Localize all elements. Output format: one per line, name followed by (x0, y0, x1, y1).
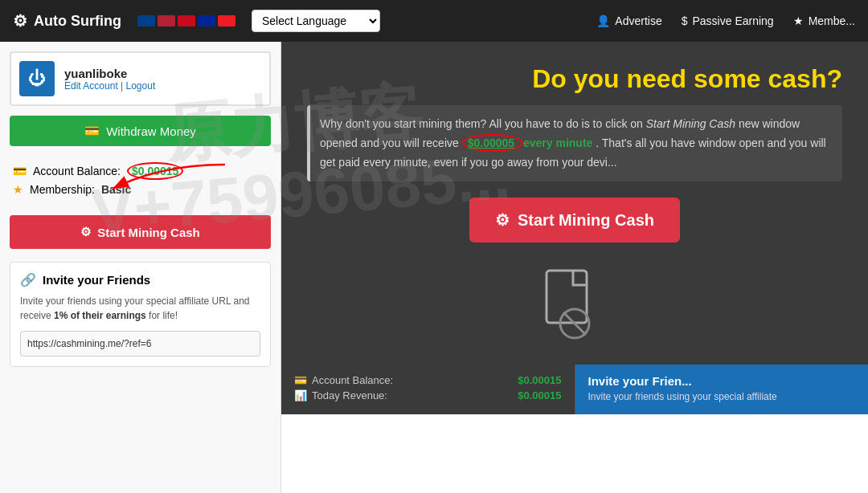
balance-icon: 💳 (13, 165, 27, 177)
flag-fr (198, 15, 215, 26)
withdraw-label: Withdraw Money (106, 124, 196, 138)
hero-title: Do you need some cash? (307, 64, 842, 94)
membership-value: Basic (101, 183, 131, 196)
bottom-balance-col: 💳 Account Balance: $0.00015 📊 Today Reve… (281, 365, 575, 414)
account-info: 💳 Account Balance: $0.00015 ★ Membership… (10, 156, 271, 206)
invite-section: 🔗 Invite your Friends Invite your friend… (10, 262, 271, 367)
card-icon: 💳 (84, 124, 100, 138)
withdraw-button[interactable]: 💳 Withdraw Money (10, 116, 271, 146)
flag-us (158, 15, 175, 26)
content-hero: Do you need some cash? Why don't you sta… (281, 42, 868, 365)
user-card: ⏻ yuanliboke Edit Account | Logout (10, 51, 271, 106)
username: yuanliboke (64, 67, 155, 80)
balance-row: 💳 Account Balance: $0.00015 (13, 162, 268, 180)
logout-link[interactable]: Logout (126, 80, 156, 92)
bottom-balance-value: $0.00015 (518, 374, 561, 386)
file-icon-area (526, 265, 623, 345)
hero-amount: $0.00005 (468, 136, 514, 149)
balance-value: $0.00015 (127, 162, 183, 180)
bottom-revenue-row: 📊 Today Revenue: $0.00015 (294, 389, 562, 401)
start-mining-main-label: Start Mining Cash (518, 211, 654, 230)
bottom-balance-row: 💳 Account Balance: $0.00015 (294, 374, 562, 386)
start-mining-label: Start Mining Cash (97, 226, 200, 239)
hero-text-1: Why don't you start mining them? All you… (320, 117, 646, 130)
member-label: Membe... (809, 14, 855, 27)
flag-icons (137, 15, 235, 26)
gear-icon: ⚙ (13, 11, 27, 31)
flag-uk (137, 15, 155, 26)
logo: ⚙ Auto Surfing (13, 11, 121, 31)
user-links: Edit Account | Logout (64, 80, 155, 92)
bottom-bar: 💳 Account Balance: $0.00015 📊 Today Reve… (281, 365, 868, 414)
hero-every: every minute (523, 136, 592, 149)
header-nav: 👤 Advertise $ Passive Earning ★ Membe... (596, 14, 855, 27)
passive-earning-label: Passive Earning (692, 14, 773, 27)
invite-title: 🔗 Invite your Friends (20, 272, 260, 287)
membership-label: Membership: (30, 183, 95, 196)
advertise-label: Advertise (615, 14, 661, 27)
bottom-invite-title: Invite your Frien... (588, 374, 856, 388)
language-select[interactable]: Select LanguageEnglishSpanishFrenchGerma… (252, 10, 380, 32)
start-mining-button[interactable]: ⚙ Start Mining Cash (10, 215, 271, 249)
gear-icon: ⚙ (80, 225, 91, 239)
flag-cn (218, 15, 235, 26)
gear-icon-main: ⚙ (495, 210, 510, 230)
edit-account-link[interactable]: Edit Account (64, 80, 118, 92)
membership-row: ★ Membership: Basic (13, 183, 268, 196)
invite-desc: Invite your friends using your special a… (20, 294, 260, 323)
star-icon: ★ (793, 14, 804, 27)
invite-url-input[interactable] (20, 331, 260, 357)
power-icon: ⏻ (28, 68, 46, 89)
nav-advertise[interactable]: 👤 Advertise (596, 14, 661, 27)
balance-label: Account Balance: (33, 165, 121, 177)
bottom-balance-label: 💳 Account Balance: (294, 374, 393, 386)
bottom-balance-icon: 💳 (294, 374, 307, 386)
nav-passive-earning[interactable]: $ Passive Earning (682, 14, 774, 27)
hero-text: Why don't you start mining them? All you… (307, 105, 842, 181)
nav-member[interactable]: ★ Membe... (793, 14, 855, 27)
bottom-invite: Invite your Frien... Invite your friends… (575, 365, 869, 414)
main-layout: ⏻ yuanliboke Edit Account | Logout 💳 Wit… (0, 42, 868, 493)
bottom-invite-text: Invite your friends using your special a… (588, 391, 856, 402)
dollar-icon: $ (682, 14, 688, 27)
header: ⚙ Auto Surfing Select LanguageEnglishSpa… (0, 0, 868, 42)
file-icon (542, 269, 607, 341)
flag-es (178, 15, 195, 26)
bottom-revenue-value: $0.00015 (518, 389, 561, 401)
star-icon: ★ (13, 183, 23, 196)
share-icon: 🔗 (20, 272, 36, 287)
hero-text-italic: Start Mining Cash (646, 117, 739, 130)
user-info: yuanliboke Edit Account | Logout (64, 67, 155, 92)
avatar: ⏻ (19, 61, 55, 96)
sidebar: ⏻ yuanliboke Edit Account | Logout 💳 Wit… (0, 42, 281, 493)
start-mining-main-button[interactable]: ⚙ Start Mining Cash (469, 198, 680, 242)
advertise-icon: 👤 (596, 14, 610, 27)
bottom-revenue-label: 📊 Today Revenue: (294, 389, 387, 401)
logo-text: Auto Surfing (34, 13, 121, 30)
invite-title-text: Invite your Friends (43, 273, 150, 287)
bottom-revenue-icon: 📊 (294, 389, 307, 401)
main-content: Do you need some cash? Why don't you sta… (281, 42, 868, 493)
